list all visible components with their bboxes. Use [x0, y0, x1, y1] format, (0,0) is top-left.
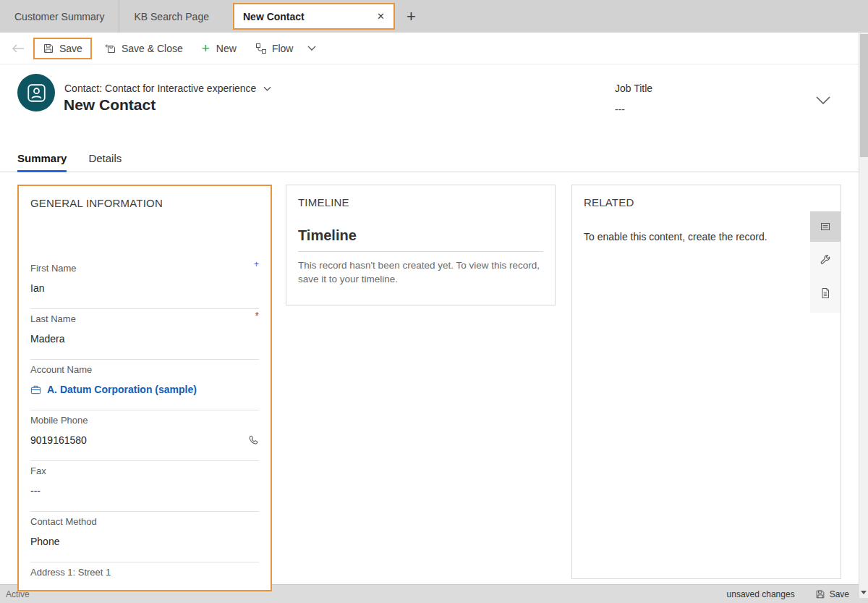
- plus-icon: +: [202, 41, 210, 55]
- tab-label: KB Search Page: [134, 11, 209, 22]
- recommended-marker: +: [254, 260, 259, 269]
- field-label: Address 1: Street 1: [30, 567, 259, 578]
- field-address1-street1[interactable]: Address 1: Street 1: [30, 562, 259, 591]
- app-tab-bar: Customer Summary KB Search Page New Cont…: [0, 0, 868, 33]
- close-tab-icon[interactable]: ✕: [377, 11, 385, 22]
- job-title-field[interactable]: ---: [615, 104, 625, 115]
- footer-save-label: Save: [830, 589, 849, 599]
- chevron-down-icon: [816, 96, 830, 104]
- field-last-name[interactable]: Last Name * Madera: [30, 309, 259, 360]
- related-tab-posts[interactable]: [810, 211, 841, 242]
- save-and-close-icon: [105, 43, 116, 54]
- field-value[interactable]: Ian: [30, 282, 259, 294]
- tab-summary[interactable]: Summary: [17, 146, 67, 172]
- field-value[interactable]: Madera: [30, 333, 259, 345]
- field-list: First Name + Ian Last Name * Madera Acco…: [19, 258, 271, 591]
- field-value[interactable]: Phone: [30, 536, 259, 547]
- section-title: RELATED: [572, 185, 841, 208]
- phone-call-icon[interactable]: [248, 435, 259, 446]
- command-bar: Save Save & Close + New Flow: [0, 33, 868, 64]
- scroll-down-button[interactable]: [859, 587, 868, 598]
- scrollbar-thumb[interactable]: [860, 34, 868, 157]
- tab-details[interactable]: Details: [88, 146, 122, 172]
- field-account-name[interactable]: Account Name A. Datum Corporation (sampl…: [30, 360, 259, 410]
- triangle-down-icon: [861, 591, 867, 594]
- chevron-down-icon: [307, 46, 316, 51]
- timeline-heading: Timeline: [298, 227, 543, 244]
- form-selector[interactable]: Contact: Contact for Interactive experie…: [64, 83, 271, 94]
- save-floppy-icon: [815, 589, 825, 599]
- related-message: To enable this content, create the recor…: [584, 231, 793, 243]
- field-label: Account Name: [30, 364, 259, 375]
- header-collapse-button[interactable]: [816, 96, 830, 104]
- save-button-highlight: Save: [33, 38, 92, 59]
- more-commands-button[interactable]: [307, 46, 316, 51]
- account-lookup-label: A. Datum Corporation (sample): [47, 384, 197, 395]
- chevron-down-icon: [263, 86, 271, 91]
- flow-button[interactable]: Flow: [255, 43, 294, 54]
- app-window: Customer Summary KB Search Page New Cont…: [0, 0, 868, 603]
- field-label: Contact Method: [30, 516, 259, 527]
- tab-label: Customer Summary: [14, 11, 104, 22]
- new-button[interactable]: + New: [202, 41, 237, 55]
- related-tab-form[interactable]: [810, 278, 841, 308]
- related-tab-strip: [810, 211, 841, 313]
- contact-avatar: [17, 74, 55, 111]
- timeline-divider: [298, 251, 543, 252]
- wrench-icon: [820, 254, 831, 266]
- save-and-close-label: Save & Close: [122, 43, 183, 54]
- field-first-name[interactable]: First Name + Ian: [30, 258, 259, 309]
- form-selector-label: Contact: Contact for Interactive experie…: [64, 83, 256, 94]
- tab-kb-search-page[interactable]: KB Search Page: [119, 0, 224, 33]
- section-related: RELATED To enable this content, create t…: [571, 185, 841, 579]
- save-floppy-icon: [43, 43, 54, 54]
- contact-icon: [27, 83, 46, 103]
- section-general-information: GENERAL INFORMATION First Name + Ian Las…: [17, 185, 272, 591]
- flow-button-label: Flow: [272, 43, 294, 54]
- document-icon: [820, 287, 831, 299]
- timeline-message: This record hasn't been created yet. To …: [298, 258, 543, 286]
- new-button-label: New: [216, 43, 237, 54]
- job-title-label: Job Title: [615, 83, 652, 94]
- page-title: New Contact: [64, 96, 156, 114]
- form-tab-bar: Summary Details: [0, 146, 859, 172]
- field-label: Last Name: [30, 313, 259, 324]
- field-value[interactable]: 9019161580: [30, 434, 87, 446]
- field-mobile-phone[interactable]: Mobile Phone 9019161580: [30, 410, 259, 461]
- field-contact-method[interactable]: Contact Method Phone: [30, 512, 259, 562]
- tab-new-contact[interactable]: New Contact ✕: [233, 3, 395, 30]
- section-timeline: TIMELINE Timeline This record hasn't bee…: [286, 185, 556, 305]
- related-tab-tools[interactable]: [810, 245, 841, 275]
- tab-label: New Contact: [243, 11, 305, 22]
- tab-customer-summary[interactable]: Customer Summary: [0, 0, 119, 33]
- footer-right: unsaved changes Save: [727, 589, 868, 599]
- record-header: Contact: Contact for Interactive experie…: [0, 64, 868, 131]
- save-button[interactable]: Save: [43, 43, 82, 54]
- footer-save-button[interactable]: Save: [815, 589, 849, 599]
- field-fax[interactable]: Fax ---: [30, 461, 259, 512]
- new-tab-button[interactable]: +: [407, 9, 416, 25]
- field-label: Mobile Phone: [30, 415, 259, 426]
- required-marker: *: [255, 311, 259, 321]
- section-title: GENERAL INFORMATION: [19, 186, 271, 209]
- save-button-label: Save: [59, 43, 82, 54]
- field-value[interactable]: ---: [30, 485, 259, 497]
- save-and-close-button[interactable]: Save & Close: [105, 43, 183, 54]
- field-label: First Name: [30, 263, 259, 274]
- posts-card-icon: [820, 221, 831, 232]
- back-arrow-icon: [12, 44, 25, 53]
- section-title: TIMELINE: [286, 185, 555, 208]
- flow-icon: [255, 43, 267, 54]
- back-button[interactable]: [12, 44, 25, 53]
- field-label: Fax: [30, 465, 259, 476]
- unsaved-changes-text: unsaved changes: [727, 589, 795, 599]
- vertical-scrollbar[interactable]: [859, 33, 868, 598]
- account-lookup-link[interactable]: A. Datum Corporation (sample): [30, 384, 197, 395]
- account-icon: [30, 384, 41, 395]
